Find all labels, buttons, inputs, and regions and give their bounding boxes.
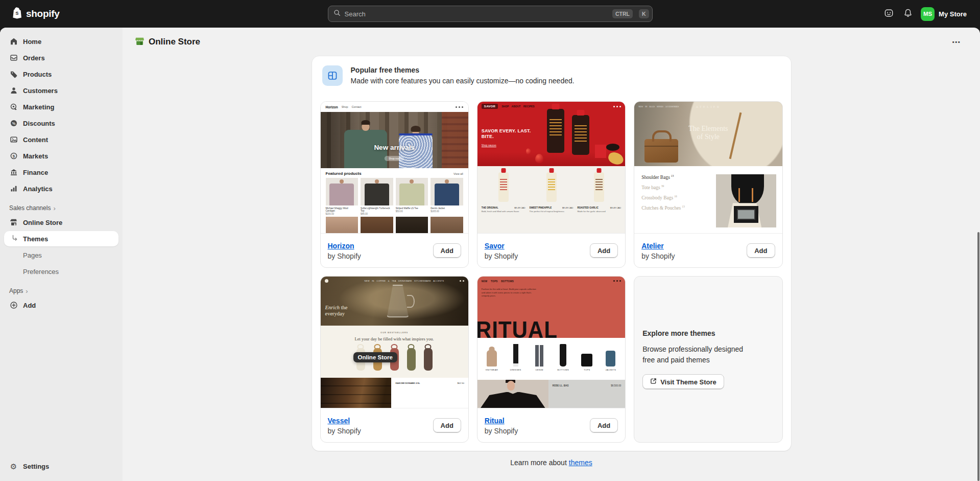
sidebar-item-markets[interactable]: $ Markets <box>4 148 118 164</box>
theme-author: by Shopify <box>328 427 361 435</box>
globe-dollar-icon: $ <box>9 152 18 160</box>
theme-grid: Horizon Shop Contact New arrivals Shop n… <box>320 101 783 443</box>
bank-icon <box>9 168 18 176</box>
section-title: Popular free themes <box>351 65 575 74</box>
theme-card-savor: SAVOR SHOP ABOUT RECIPES SAVOR EV <box>477 101 626 268</box>
sidebar-item-content[interactable]: Content <box>4 132 118 147</box>
online-store-icon <box>135 36 145 48</box>
sidebar-item-finance[interactable]: Finance <box>4 165 118 180</box>
hero-image: New arrivals Shop now <box>321 112 468 168</box>
page-title: Online Store <box>149 37 200 47</box>
shopify-logo[interactable]: S shopify <box>11 7 59 21</box>
bell-icon <box>903 8 913 19</box>
theme-preview-savor[interactable]: SAVOR SHOP ABOUT RECIPES SAVOR EV <box>477 102 625 234</box>
topbar: S shopify CTRL K MS My Store <box>0 0 980 28</box>
theme-name-link[interactable]: Horizon <box>328 242 354 250</box>
sidebar-item-customers[interactable]: Customers <box>4 83 118 98</box>
theme-name-link[interactable]: Atelier <box>641 242 664 250</box>
theme-preview-horizon[interactable]: Horizon Shop Contact New arrivals Shop n… <box>321 102 468 234</box>
home-icon <box>9 37 18 45</box>
hero-image: NEW IN COFFEE & TEA DRINKWARE KITCHENWAR… <box>321 277 468 326</box>
theme-author: by Shopify <box>641 252 675 260</box>
theme-preview-vessel[interactable]: Online Store NEW IN COFFEE & TEA DRINKWA… <box>321 277 468 408</box>
page-overflow-menu-button[interactable]: ⋯ <box>948 36 965 48</box>
app-frame: Home Orders Products Customers Marketing… <box>0 28 980 481</box>
add-theme-button[interactable]: Add <box>590 243 618 258</box>
svg-text:S: S <box>15 11 18 16</box>
theme-section-icon <box>322 65 343 86</box>
chevron-right-icon: › <box>53 205 55 212</box>
chevron-right-icon: › <box>26 288 28 294</box>
sidebar-item-themes[interactable]: Themes <box>4 231 118 246</box>
gear-icon: ⚙ <box>9 463 18 470</box>
page-header: Online Store ⋯ <box>123 28 980 56</box>
theme-preview-atelier[interactable]: NEW IN BAGS SHOES ACCESSORIES ATELIER Th… <box>634 102 782 234</box>
storefront-icon <box>9 218 18 226</box>
person-icon <box>9 86 18 95</box>
notifications-button[interactable] <box>900 6 916 22</box>
model-image <box>477 380 548 408</box>
image-icon <box>9 135 18 144</box>
explore-title: Explore more themes <box>642 329 774 337</box>
sidebar-item-products[interactable]: Products <box>4 66 118 82</box>
sidebar-item-preferences[interactable]: Preferences <box>4 264 118 279</box>
hero-image: SAVOR SHOP ABOUT RECIPES SAVOR EV <box>477 102 625 166</box>
svg-text:%: % <box>12 121 15 126</box>
search-input[interactable] <box>345 10 606 18</box>
preview-brand: Horizon <box>326 105 338 109</box>
shopify-bag-icon: S <box>11 7 22 21</box>
theme-card-ritual: NEW TOPS BOTTOMS Fashion for the wild at… <box>477 276 626 443</box>
section-subtitle: Made with core features you can easily c… <box>351 77 575 85</box>
shopify-wordmark: shopify <box>26 8 59 19</box>
theme-card-atelier: NEW IN BAGS SHOES ACCESSORIES ATELIER Th… <box>634 101 782 268</box>
theme-author: by Shopify <box>485 252 518 260</box>
global-search[interactable]: CTRL K <box>328 6 653 22</box>
section-header: Popular free themes Made with core featu… <box>320 64 783 86</box>
page-footer: Learn more aboutthemes <box>123 459 980 467</box>
explore-body: Browse professionally designed free and … <box>642 344 752 365</box>
preview-brand: RITUAL <box>477 318 558 338</box>
sidekick-icon <box>884 8 894 20</box>
external-link-icon <box>650 378 657 386</box>
orders-icon <box>9 54 18 62</box>
visit-theme-store-button[interactable]: Visit Theme Store <box>642 374 724 390</box>
sidebar-item-add-app[interactable]: Add <box>4 297 118 313</box>
sidekick-button[interactable] <box>880 6 897 22</box>
add-theme-button[interactable]: Add <box>433 243 461 258</box>
add-theme-button[interactable]: Add <box>433 418 461 433</box>
theme-card-vessel: Online Store NEW IN COFFEE & TEA DRINKWA… <box>320 276 469 443</box>
sidebar-item-analytics[interactable]: Analytics <box>4 181 118 196</box>
add-theme-button[interactable]: Add <box>747 243 775 258</box>
shortcut-ctrl-key: CTRL <box>612 9 633 18</box>
theme-name-link[interactable]: Vessel <box>328 417 350 425</box>
svg-text:$: $ <box>12 154 15 158</box>
percent-badge-icon: % <box>9 119 18 127</box>
sidebar-item-discounts[interactable]: % Discounts <box>4 116 118 131</box>
category-image <box>716 174 776 227</box>
store-menu[interactable]: MS My Store <box>919 6 971 22</box>
preview-brand: SAVOR <box>482 104 498 109</box>
search-icon <box>333 9 341 18</box>
sidebar-item-marketing[interactable]: Marketing <box>4 99 118 114</box>
sidebar-item-orders[interactable]: Orders <box>4 50 118 65</box>
sidebar-item-settings[interactable]: ⚙ Settings <box>4 459 118 474</box>
theme-author: by Shopify <box>328 252 361 260</box>
sidebar-item-pages[interactable]: Pages <box>4 247 118 263</box>
themes-help-link[interactable]: themes <box>569 459 592 467</box>
sidebar-section-apps[interactable]: Apps › <box>4 280 118 297</box>
store-avatar: MS <box>921 7 935 21</box>
main-area: Online Store ⋯ Popular free themes Made … <box>123 28 980 481</box>
sidebar-item-online-store[interactable]: Online Store <box>4 215 118 230</box>
sidebar-section-sales-channels[interactable]: Sales channels › <box>4 197 118 215</box>
theme-name-link[interactable]: Savor <box>485 242 505 250</box>
add-theme-button[interactable]: Add <box>590 418 618 433</box>
theme-author: by Shopify <box>485 427 518 435</box>
themes-card: Popular free themes Made with core featu… <box>312 56 791 451</box>
theme-name-link[interactable]: Ritual <box>485 417 505 425</box>
online-store-tooltip: Online Store <box>353 352 397 362</box>
bar-chart-icon <box>9 185 18 193</box>
sidebar-item-home[interactable]: Home <box>4 34 118 49</box>
tag-icon <box>9 70 18 78</box>
scrollbar[interactable] <box>977 232 979 481</box>
theme-preview-ritual[interactable]: NEW TOPS BOTTOMS Fashion for the wild at… <box>477 277 625 408</box>
